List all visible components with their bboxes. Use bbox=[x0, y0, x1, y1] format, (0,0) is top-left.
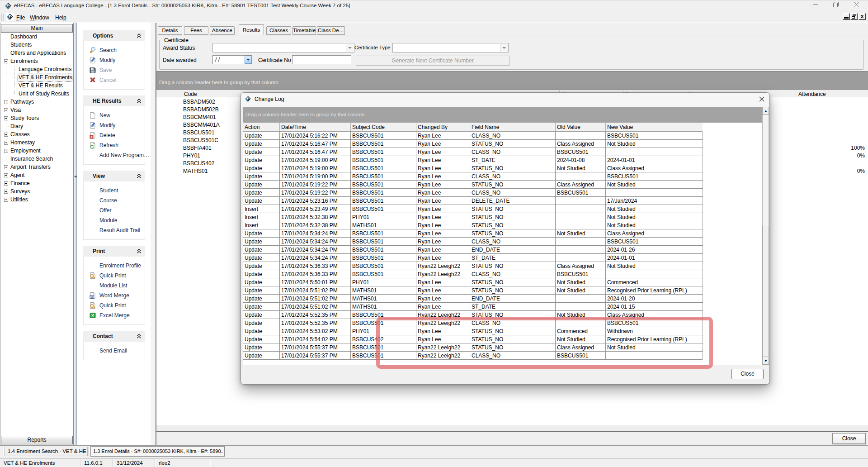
svg-text:W: W bbox=[90, 295, 94, 298]
